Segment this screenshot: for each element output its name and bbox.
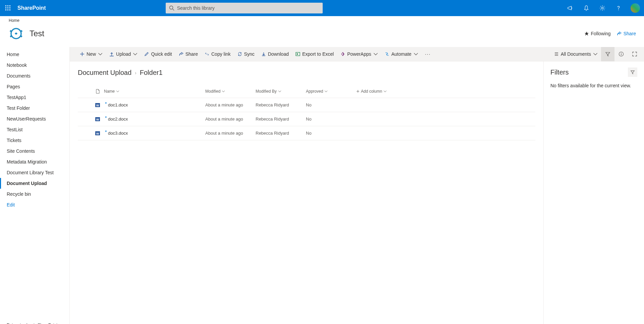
following-label: Following (591, 31, 611, 36)
sync-icon (237, 52, 242, 56)
nav-item-document-upload[interactable]: Document Upload (0, 178, 69, 189)
svg-point-12 (618, 10, 619, 10)
modifiedby-cell[interactable]: Rebecca Ridyard (256, 131, 306, 136)
notifications-icon[interactable] (578, 0, 594, 16)
table-row[interactable]: W✦doc2.docxAbout a minute agoRebecca Rid… (78, 112, 535, 126)
svg-rect-0 (5, 5, 6, 6)
expand-icon (632, 51, 637, 57)
column-header-name[interactable]: Name (104, 89, 205, 94)
nav-item-notebook[interactable]: Notebook (0, 60, 69, 71)
app-name[interactable]: SharePoint (17, 5, 46, 11)
svg-point-11 (601, 7, 603, 9)
modified-cell: About a minute ago (205, 102, 256, 107)
powerapps-button[interactable]: PowerApps (337, 47, 381, 61)
upload-icon (109, 52, 114, 56)
nav-item-home[interactable]: Home (0, 49, 69, 60)
app-launcher[interactable] (0, 0, 16, 16)
overflow-menu[interactable]: ··· (422, 51, 434, 57)
column-header-modified[interactable]: Modified (205, 89, 256, 94)
excel-icon (296, 52, 300, 56)
settings-icon[interactable] (594, 0, 610, 16)
search-input[interactable] (166, 3, 323, 13)
new-indicator-icon: ✦ (105, 130, 107, 133)
chevron-down-icon (373, 52, 378, 56)
chevron-down-icon (116, 90, 119, 93)
download-button[interactable]: Download (258, 47, 292, 61)
table-row[interactable]: W✦doc1.docxAbout a minute agoRebecca Rid… (78, 98, 535, 112)
svg-text:W: W (96, 104, 99, 107)
quick-edit-button[interactable]: Quick edit (141, 47, 175, 61)
user-avatar[interactable] (631, 3, 640, 13)
svg-rect-3 (5, 7, 6, 8)
nav-edit-link[interactable]: Edit (0, 199, 69, 210)
site-logo (8, 26, 24, 42)
filter-icon (605, 51, 610, 57)
copy-link-button[interactable]: Copy link (201, 47, 234, 61)
return-classic-link[interactable]: Return to classic SharePoint (7, 323, 57, 324)
nav-item-documents[interactable]: Documents (0, 71, 69, 81)
word-doc-icon: W (95, 131, 100, 136)
nav-item-pages[interactable]: Pages (0, 81, 69, 92)
modified-cell: About a minute ago (205, 131, 256, 136)
column-header-modifiedby[interactable]: Modified By (256, 89, 306, 94)
svg-rect-1 (7, 5, 8, 6)
approved-cell: No (306, 131, 356, 136)
chevron-down-icon (133, 52, 138, 56)
share-arrow-icon (179, 52, 183, 56)
svg-rect-2 (9, 5, 10, 6)
share-label: Share (624, 31, 636, 36)
filter-icon (630, 70, 635, 75)
share-command-button[interactable]: Share (175, 47, 201, 61)
list-icon (554, 52, 559, 56)
upload-button[interactable]: Upload (106, 47, 141, 61)
nav-item-site-contents[interactable]: Site Contents (0, 146, 69, 156)
nav-item-document-library-test[interactable]: Document Library Test (0, 167, 69, 178)
share-button[interactable]: Share (617, 31, 636, 36)
following-button[interactable]: Following (584, 31, 611, 36)
breadcrumb-library[interactable]: Document Upload (78, 69, 131, 77)
megaphone-icon[interactable] (562, 0, 578, 16)
breadcrumb-folder: Folder1 (140, 69, 163, 77)
nav-item-tickets[interactable]: Tickets (0, 135, 69, 146)
info-icon (619, 51, 624, 57)
help-icon[interactable] (610, 0, 627, 16)
filter-pane-toggle[interactable] (601, 47, 614, 61)
chevron-down-icon (222, 90, 225, 93)
nav-item-testapp1[interactable]: TestApp1 (0, 92, 69, 103)
chevron-down-icon (593, 52, 598, 56)
svg-rect-8 (9, 9, 10, 10)
new-indicator-icon: ✦ (105, 115, 107, 119)
svg-point-20 (621, 53, 622, 53)
chevron-down-icon (278, 90, 281, 93)
chevron-down-icon (383, 90, 387, 93)
chevron-down-icon (414, 52, 418, 56)
column-header-type[interactable] (91, 89, 104, 94)
svg-text:W: W (96, 118, 99, 121)
search-icon (169, 5, 174, 11)
modifiedby-cell[interactable]: Rebecca Ridyard (256, 102, 306, 107)
automate-button[interactable]: Automate (381, 47, 422, 61)
nav-item-metadata-migration[interactable]: Metadata Migration (0, 156, 69, 167)
svg-rect-7 (7, 9, 8, 10)
chevron-down-icon (324, 90, 328, 93)
nav-item-recycle-bin[interactable]: Recycle bin (0, 189, 69, 199)
fullscreen-toggle[interactable] (628, 47, 641, 61)
nav-item-test-folder[interactable]: Test Folder (0, 103, 69, 113)
site-title[interactable]: Test (30, 29, 44, 38)
clear-filters-button[interactable] (628, 67, 637, 77)
nav-item-testlist[interactable]: TestList (0, 124, 69, 135)
svg-rect-6 (5, 9, 6, 10)
export-excel-button[interactable]: Export to Excel (292, 47, 337, 61)
sync-button[interactable]: Sync (234, 47, 258, 61)
view-selector[interactable]: All Documents (551, 47, 601, 61)
column-header-approved[interactable]: Approved (306, 89, 356, 94)
svg-text:W: W (96, 132, 99, 135)
table-row[interactable]: W✦doc3.docxAbout a minute agoRebecca Rid… (78, 126, 535, 140)
hub-link-home[interactable]: Home (9, 18, 19, 23)
add-column-button[interactable]: Add column (356, 89, 396, 94)
word-doc-icon: W (95, 102, 100, 108)
modifiedby-cell[interactable]: Rebecca Ridyard (256, 117, 306, 122)
details-pane-toggle[interactable] (614, 47, 628, 61)
nav-item-newuserrequests[interactable]: NewUserRequests (0, 113, 69, 124)
new-button[interactable]: New (76, 47, 106, 61)
